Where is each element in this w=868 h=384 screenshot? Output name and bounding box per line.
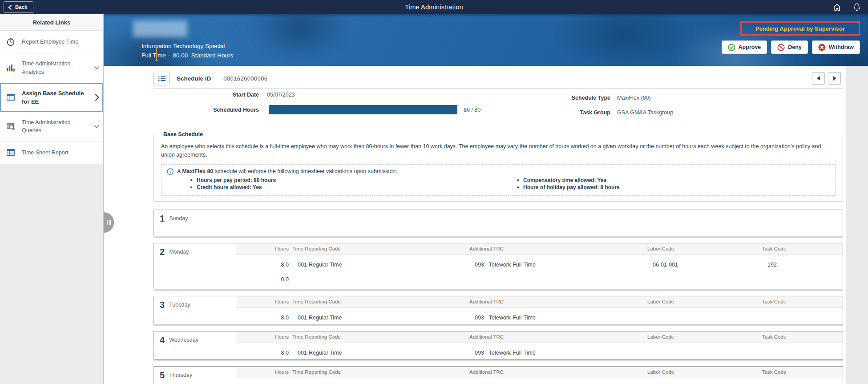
analytics-icon <box>6 63 16 73</box>
related-links-title: Related Links <box>0 14 103 31</box>
day-label-cell: 3 Tuesday <box>154 296 236 324</box>
day-row-sunday: 1 Sunday <box>153 210 843 236</box>
scheduled-hours-progressbar <box>269 105 457 114</box>
day-entries <box>236 210 843 236</box>
bullet-icon: ● <box>517 177 519 183</box>
task-group-label: Task Group <box>512 109 610 116</box>
hero-photo-texture <box>557 14 691 66</box>
status-annotation-box: Pending Approval by Supervisor <box>740 21 860 36</box>
page-title: Time Administration <box>0 0 868 14</box>
row-list-button[interactable] <box>153 72 170 85</box>
text-cursor <box>154 46 159 61</box>
employee-name-redacted <box>133 20 187 37</box>
approve-button-label: Approve <box>739 44 761 50</box>
approve-check-icon <box>728 44 735 51</box>
withdraw-button-label: Withdraw <box>829 44 854 50</box>
right-gutter <box>846 66 868 384</box>
bell-icon[interactable] <box>853 3 861 12</box>
day-label-cell: 1 Sunday <box>154 210 236 236</box>
deny-prohibit-icon <box>777 44 785 51</box>
validation-bullet: ●Hours per pay period: 80 hours <box>190 177 501 184</box>
deny-button[interactable]: Deny <box>771 40 808 54</box>
top-bar: Time Administration <box>0 0 868 14</box>
day-entries: Hours Time Reporting Code Additional TRC… <box>236 367 843 384</box>
schedule-id-label: Schedule ID <box>177 75 211 82</box>
day-number: 2 <box>160 247 165 256</box>
home-icon[interactable] <box>833 3 841 12</box>
sidebar-item-report-employee-time[interactable]: Report Employee Time <box>0 31 103 53</box>
start-date-value: 05/07/2023 <box>267 92 295 98</box>
day-name: Sunday <box>169 215 188 222</box>
validation-info-box: A MaxiFlex 80 schedule will enforce the … <box>161 164 836 196</box>
day-label-cell: 2 Monday <box>154 243 236 289</box>
schedule-detail-panel: Schedule ID 0001626000006 Start Date 05/… <box>104 66 846 384</box>
sidebar-item-time-administration-queries[interactable]: Time Administration Queries <box>0 112 103 142</box>
schedule-type-value: MaxiFlex (80) <box>617 95 651 101</box>
base-schedule-description: An employee who selects this schedule is… <box>161 142 836 159</box>
validation-bullet: ●Hours of holiday pay allowed: 8 hours <box>517 184 831 191</box>
list-icon <box>158 75 166 81</box>
day-label-cell: 5 Thursday <box>154 367 236 384</box>
sidebar-item-time-sheet-report[interactable]: Time Sheet Report <box>0 141 103 164</box>
day-number: 1 <box>160 214 165 223</box>
sidebar-item-label: Time Administration Analytics <box>22 60 89 77</box>
schedule-entry: 8.0 001-Regular Time 093 - Telework-Full… <box>236 350 843 356</box>
arrow-left-icon <box>815 76 820 81</box>
report-window-icon <box>6 148 16 158</box>
day-entries: Hours Time Reporting Code Additional TRC… <box>236 243 843 289</box>
chevron-down-icon <box>94 125 100 129</box>
day-name: Monday <box>169 249 189 255</box>
day-entries: Hours Time Reporting Code Additional TRC… <box>236 296 843 324</box>
withdraw-x-icon <box>818 44 826 51</box>
day-entries: Hours Time Reporting Code Additional TRC… <box>236 331 843 359</box>
query-search-icon <box>6 121 16 131</box>
sidebar-item-label: Time Administration Queries <box>22 118 89 135</box>
info-icon <box>167 168 174 175</box>
schedule-entry: 8.0 001-Regular Time 093 - Telework-Full… <box>236 315 843 321</box>
related-links-panel: Related Links Report Employee Time <box>0 14 104 384</box>
hero-photo-texture <box>250 14 348 59</box>
bullet-icon: ● <box>190 177 193 183</box>
validation-bullet: ●Compensatory time allowed: Yes <box>517 177 831 184</box>
schedule-type-label: Schedule Type <box>512 95 610 101</box>
chevron-down-icon <box>94 66 100 70</box>
entry-column-headers: Hours Time Reporting Code Additional TRC… <box>236 331 843 343</box>
info-text: A MaxiFlex 80 schedule will enforce the … <box>177 168 397 174</box>
task-group-value: GSA GM&A Taskgroup <box>617 109 673 116</box>
deny-button-label: Deny <box>788 44 802 50</box>
sidebar-item-label: Assign Base Schedule for EE <box>22 89 89 106</box>
next-row-button[interactable] <box>828 72 841 85</box>
sidebar-item-assign-base-schedule[interactable]: Assign Base Schedule for EE <box>0 83 103 112</box>
chevron-left-icon <box>8 4 12 10</box>
day-row-tuesday: 3 Tuesday Hours Time Reporting Code Addi… <box>153 296 843 324</box>
base-schedule-legend: Base Schedule <box>160 131 206 137</box>
sidebar-item-time-administration-analytics[interactable]: Time Administration Analytics <box>0 53 103 83</box>
schedule-entry: 8.0 001-Regular Time 093 - Telework-Full… <box>236 262 843 268</box>
scheduled-hours-ratio: 80 / 80 <box>464 107 480 113</box>
bullet-icon: ● <box>190 184 193 190</box>
day-row-wednesday: 4 Wednesday Hours Time Reporting Code Ad… <box>153 331 843 360</box>
back-button[interactable]: Back <box>4 1 33 13</box>
day-name: Thursday <box>169 372 192 378</box>
day-row-monday: 2 Monday Hours Time Reporting Code Addit… <box>153 243 843 289</box>
day-number: 4 <box>160 335 165 344</box>
entry-column-headers: Hours Time Reporting Code Additional TRC… <box>236 243 843 255</box>
schedule-entry: 0.0 <box>236 276 843 283</box>
progress-fill <box>269 105 457 114</box>
day-name: Tuesday <box>169 302 190 308</box>
sidebar-item-label: Time Sheet Report <box>22 149 100 157</box>
base-schedule-section: Base Schedule An employee who selects th… <box>153 135 843 202</box>
weekly-schedule-grid: 1 Sunday 2 Monday Hours Time Reporting C… <box>153 210 843 384</box>
day-name: Wednesday <box>169 337 198 343</box>
entry-column-headers: Hours Time Reporting Code Additional TRC… <box>236 296 843 308</box>
start-date-label: Start Date <box>153 92 259 98</box>
day-number: 5 <box>160 371 165 380</box>
previous-row-button[interactable] <box>812 72 825 85</box>
validation-bullet: ●Credit hours allowed: Yes <box>190 184 501 191</box>
withdraw-button[interactable]: Withdraw <box>812 40 860 54</box>
day-label-cell: 4 Wednesday <box>154 331 236 359</box>
status-badge: Pending Approval by Supervisor <box>755 25 845 32</box>
day-row-thursday: 5 Thursday Hours Time Reporting Code Add… <box>153 366 843 384</box>
approve-button[interactable]: Approve <box>722 40 767 54</box>
related-links-list: Report Employee Time Time Administration… <box>0 31 103 164</box>
